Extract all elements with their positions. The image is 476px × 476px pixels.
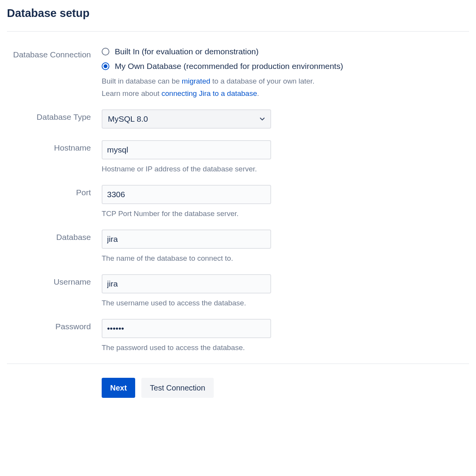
label-database-connection: Database Connection [7,47,102,60]
chevron-down-icon [260,116,265,122]
username-help: The username used to access the database… [102,299,469,307]
link-connecting-jira[interactable]: connecting Jira to a database [161,89,257,97]
port-help: TCP Port Number for the database server. [102,210,469,218]
test-connection-button[interactable]: Test Connection [141,378,213,398]
row-port: Port TCP Port Number for the database se… [7,185,469,218]
row-database: Database The name of the database to con… [7,230,469,263]
connection-help-2: Learn more about connecting Jira to a da… [102,89,469,98]
link-migrated[interactable]: migrated [182,77,210,85]
header-divider [7,31,469,32]
page-title: Database setup [7,7,469,20]
password-input[interactable] [102,319,271,338]
select-database-type-value: MySQL 8.0 [108,114,148,124]
database-help: The name of the database to connect to. [102,254,469,263]
connection-help-1: Built in database can be migrated to a d… [102,77,469,85]
radio-label-built-in: Built In (for evaluation or demonstratio… [115,47,259,56]
label-password: Password [7,319,102,332]
radio-built-in[interactable]: Built In (for evaluation or demonstratio… [102,47,469,56]
radio-icon-checked [102,62,109,70]
button-row: Next Test Connection [102,378,469,398]
label-hostname: Hostname [7,140,102,153]
label-database: Database [7,230,102,243]
database-input[interactable] [102,230,271,249]
username-input[interactable] [102,274,271,293]
row-username: Username The username used to access the… [7,274,469,307]
password-help: The password used to access the database… [102,344,469,352]
radio-icon-unchecked [102,48,109,55]
next-button[interactable]: Next [102,378,135,398]
radio-label-own: My Own Database (recommended for product… [115,62,343,71]
radio-my-own-database[interactable]: My Own Database (recommended for product… [102,62,469,71]
label-port: Port [7,185,102,198]
hostname-input[interactable] [102,140,271,159]
row-hostname: Hostname Hostname or IP address of the d… [7,140,469,173]
hostname-help: Hostname or IP address of the database s… [102,165,469,173]
footer-divider [7,364,469,364]
row-password: Password The password used to access the… [7,319,469,352]
label-database-type: Database Type [7,109,102,122]
select-database-type[interactable]: MySQL 8.0 [102,109,271,129]
row-database-connection: Database Connection Built In (for evalua… [7,47,469,98]
port-input[interactable] [102,185,271,204]
label-username: Username [7,274,102,287]
row-database-type: Database Type MySQL 8.0 [7,109,469,129]
